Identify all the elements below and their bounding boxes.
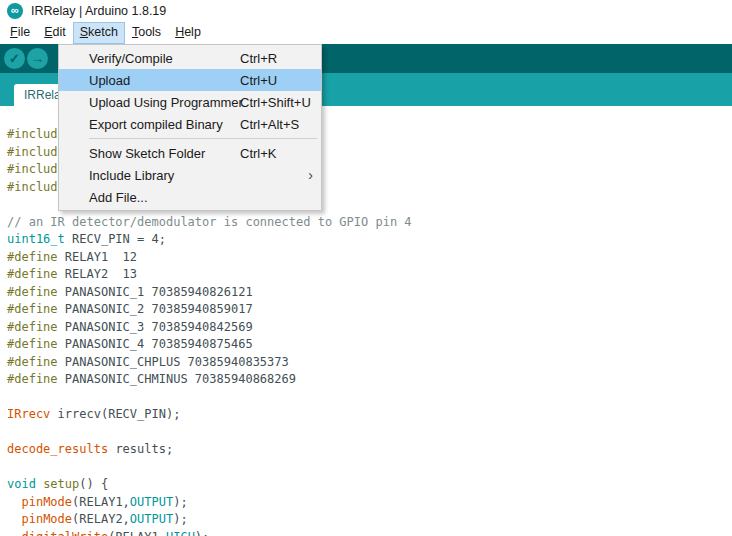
check-icon: ✓ — [9, 51, 20, 66]
code-line: void setup() { — [7, 476, 732, 494]
code-line: #define PANASONIC_4 70385940875465 — [7, 336, 732, 354]
menu-item-label: Add File... — [89, 190, 148, 205]
menubar-item-file[interactable]: File — [3, 22, 37, 44]
menubar-item-sketch[interactable]: Sketch — [73, 22, 125, 44]
menubar-item-tools[interactable]: Tools — [125, 22, 168, 44]
menu-item-shortcut: Ctrl+U — [240, 73, 277, 88]
menubar-item-label: Tools — [132, 22, 161, 43]
code-line: #define PANASONIC_CHPLUS 70385940835373 — [7, 354, 732, 372]
menubar-item-label: Edit — [44, 22, 66, 43]
code-line — [7, 389, 732, 407]
menu-item-upload-using-programmer[interactable]: Upload Using ProgrammerCtrl+Shift+U — [59, 91, 321, 113]
menu-item-label: Include Library — [89, 168, 174, 183]
code-line: #define PANASONIC_CHMINUS 70385940868269 — [7, 371, 732, 389]
menu-item-show-sketch-folder[interactable]: Show Sketch FolderCtrl+K — [59, 142, 321, 164]
menu-item-label: Upload — [89, 73, 130, 88]
menu-item-include-library[interactable]: Include Library› — [59, 164, 321, 186]
menu-item-label: Upload Using Programmer — [89, 95, 243, 110]
code-line: #define RELAY2 13 — [7, 266, 732, 284]
window-title: IRRelay | Arduino 1.8.19 — [31, 4, 166, 18]
code-line: #define PANASONIC_2 70385940859017 — [7, 301, 732, 319]
code-line: digitalWrite(RELAY1,HIGH); — [7, 529, 732, 536]
verify-button[interactable]: ✓ — [4, 48, 25, 69]
code-line: #define RELAY1 12 — [7, 249, 732, 267]
code-line: pinMode(RELAY2,OUTPUT); — [7, 511, 732, 529]
code-line: pinMode(RELAY1,OUTPUT); — [7, 494, 732, 512]
submenu-chevron-icon: › — [308, 165, 313, 185]
arduino-ide-window: ∞ IRRelay | Arduino 1.8.19 FileEditSketc… — [0, 0, 732, 536]
menu-item-label: Show Sketch Folder — [89, 146, 205, 161]
upload-button[interactable]: → — [27, 48, 48, 69]
code-line — [7, 424, 732, 442]
menubar-item-edit[interactable]: Edit — [37, 22, 73, 44]
sketch-menu-dropdown: Verify/CompileCtrl+RUploadCtrl+UUpload U… — [58, 44, 322, 211]
menu-separator — [89, 138, 317, 139]
menu-item-label: Verify/Compile — [89, 51, 173, 66]
menu-item-shortcut: Ctrl+Alt+S — [240, 117, 299, 132]
menu-item-upload[interactable]: UploadCtrl+U — [59, 69, 321, 91]
code-line: IRrecv irrecv(RECV_PIN); — [7, 406, 732, 424]
menu-item-export-compiled-binary[interactable]: Export compiled BinaryCtrl+Alt+S — [59, 113, 321, 135]
menubar: FileEditSketchToolsHelp — [0, 22, 732, 44]
code-line — [7, 459, 732, 477]
menu-item-shortcut: Ctrl+K — [240, 146, 276, 161]
code-line: #define PANASONIC_3 70385940842569 — [7, 319, 732, 337]
arrow-right-icon: → — [31, 51, 44, 66]
code-line: decode_results results; — [7, 441, 732, 459]
menu-item-shortcut: Ctrl+R — [240, 51, 277, 66]
code-line: uint16_t RECV_PIN = 4; — [7, 231, 732, 249]
code-line: // an IR detector/demodulator is connect… — [7, 214, 732, 232]
menubar-item-label: Sketch — [80, 22, 118, 43]
menubar-item-label: File — [10, 22, 30, 43]
menubar-item-help[interactable]: Help — [168, 22, 208, 44]
arduino-logo-icon: ∞ — [7, 3, 23, 19]
code-line: #define PANASONIC_1 70385940826121 — [7, 284, 732, 302]
menu-item-add-file[interactable]: Add File... — [59, 186, 321, 208]
title-bar: ∞ IRRelay | Arduino 1.8.19 — [0, 0, 732, 22]
menubar-item-label: Help — [175, 22, 201, 43]
menu-item-shortcut: Ctrl+Shift+U — [240, 95, 311, 110]
menu-item-verify-compile[interactable]: Verify/CompileCtrl+R — [59, 47, 321, 69]
menu-item-label: Export compiled Binary — [89, 117, 223, 132]
